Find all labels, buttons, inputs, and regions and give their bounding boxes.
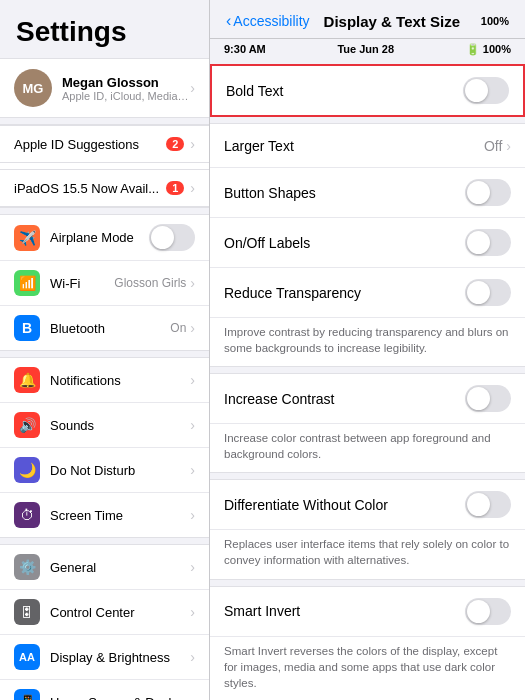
display-brightness-chevron-icon: › xyxy=(190,649,195,665)
sidebar-item-general[interactable]: ⚙️ General › xyxy=(0,545,209,590)
right-content: Bold Text Larger Text Off › Button Shape… xyxy=(210,56,525,700)
do-not-disturb-icon: 🌙 xyxy=(14,457,40,483)
sidebar-item-do-not-disturb[interactable]: 🌙 Do Not Disturb › xyxy=(0,448,209,493)
larger-text-row[interactable]: Larger Text Off › xyxy=(210,124,525,168)
wifi-value: Glosson Girls xyxy=(114,276,186,290)
ipados-chevron-icon: › xyxy=(190,180,195,196)
control-center-label: Control Center xyxy=(50,605,190,620)
sidebar-item-display-brightness[interactable]: AA Display & Brightness › xyxy=(0,635,209,680)
right-header: ‹ Accessibility Display & Text Size 100% xyxy=(210,0,525,39)
sidebar-item-bluetooth[interactable]: B Bluetooth On › xyxy=(0,306,209,350)
increase-contrast-desc: Increase color contrast between app fore… xyxy=(210,424,525,472)
general-chevron-icon: › xyxy=(190,559,195,575)
control-center-icon: 🎛 xyxy=(14,599,40,625)
apple-id-chevron-icon: › xyxy=(190,136,195,152)
notifications-label: Notifications xyxy=(50,373,190,388)
bold-text-group: Bold Text xyxy=(210,64,525,117)
bluetooth-icon: B xyxy=(14,315,40,341)
smart-invert-group: Smart Invert Smart Invert reverses the c… xyxy=(210,586,525,700)
bold-text-label: Bold Text xyxy=(226,83,463,99)
sidebar-item-airplane-mode[interactable]: ✈️ Airplane Mode xyxy=(0,215,209,261)
increase-contrast-label: Increase Contrast xyxy=(224,391,465,407)
differentiate-toggle[interactable] xyxy=(465,491,511,518)
home-screen-label: Home Screen & Dock xyxy=(50,695,190,701)
home-screen-icon: 📱 xyxy=(14,689,40,700)
apple-id-suggestions-group: Apple ID Suggestions 2 › iPadOS 15.5 Now… xyxy=(0,124,209,208)
home-screen-chevron-icon: › xyxy=(190,694,195,700)
apple-id-suggestions-row[interactable]: Apple ID Suggestions 2 › xyxy=(0,125,209,163)
on-off-labels-label: On/Off Labels xyxy=(224,235,465,251)
sidebar-item-notifications[interactable]: 🔔 Notifications › xyxy=(0,358,209,403)
reduce-transparency-row[interactable]: Reduce Transparency xyxy=(210,268,525,318)
profile-row[interactable]: MG Megan Glosson Apple ID, iCloud, Media… xyxy=(0,58,209,118)
status-date: Tue Jun 28 xyxy=(337,43,394,56)
reduce-transparency-toggle[interactable] xyxy=(465,279,511,306)
sidebar-title: Settings xyxy=(0,0,209,58)
screen-time-chevron-icon: › xyxy=(190,507,195,523)
ipados-update-label: iPadOS 15.5 Now Avail... xyxy=(14,181,166,196)
status-battery-icon: 🔋 100% xyxy=(466,43,511,56)
differentiate-row[interactable]: Differentiate Without Color xyxy=(210,480,525,530)
back-chevron-icon: ‹ xyxy=(226,12,231,30)
notifications-icon: 🔔 xyxy=(14,367,40,393)
differentiate-desc: Replaces user interface items that rely … xyxy=(210,530,525,578)
apple-id-suggestions-label: Apple ID Suggestions xyxy=(14,137,166,152)
sidebar-item-control-center[interactable]: 🎛 Control Center › xyxy=(0,590,209,635)
sidebar-item-screen-time[interactable]: ⏱ Screen Time › xyxy=(0,493,209,537)
wifi-icon: 📶 xyxy=(14,270,40,296)
apple-id-badge: 2 xyxy=(166,137,184,151)
right-panel: ‹ Accessibility Display & Text Size 100%… xyxy=(210,0,525,700)
ipados-badge: 1 xyxy=(166,181,184,195)
reduce-transparency-desc: Improve contrast by reducing transparenc… xyxy=(210,318,525,366)
button-shapes-row[interactable]: Button Shapes xyxy=(210,168,525,218)
control-center-chevron-icon: › xyxy=(190,604,195,620)
differentiate-label: Differentiate Without Color xyxy=(224,497,465,513)
airplane-mode-icon: ✈️ xyxy=(14,225,40,251)
general-group: ⚙️ General › 🎛 Control Center › AA Displ… xyxy=(0,544,209,700)
airplane-mode-toggle[interactable] xyxy=(149,224,195,251)
button-shapes-toggle[interactable] xyxy=(465,179,511,206)
sidebar-item-sounds[interactable]: 🔊 Sounds › xyxy=(0,403,209,448)
connectivity-group: ✈️ Airplane Mode 📶 Wi-Fi Glosson Girls ›… xyxy=(0,214,209,351)
display-brightness-label: Display & Brightness xyxy=(50,650,190,665)
bluetooth-value: On xyxy=(170,321,186,335)
ipados-update-row[interactable]: iPadOS 15.5 Now Avail... 1 › xyxy=(0,169,209,207)
increase-contrast-row[interactable]: Increase Contrast xyxy=(210,374,525,424)
display-brightness-icon: AA xyxy=(14,644,40,670)
reduce-transparency-label: Reduce Transparency xyxy=(224,285,465,301)
back-button[interactable]: ‹ Accessibility xyxy=(226,12,310,30)
sidebar-item-home-screen[interactable]: 📱 Home Screen & Dock › xyxy=(0,680,209,700)
profile-chevron-icon: › xyxy=(190,80,195,96)
do-not-disturb-chevron-icon: › xyxy=(190,462,195,478)
smart-invert-toggle[interactable] xyxy=(465,598,511,625)
sounds-label: Sounds xyxy=(50,418,190,433)
increase-contrast-group: Increase Contrast Increase color contras… xyxy=(210,373,525,473)
sidebar: Settings MG Megan Glosson Apple ID, iClo… xyxy=(0,0,210,700)
increase-contrast-toggle[interactable] xyxy=(465,385,511,412)
notifications-chevron-icon: › xyxy=(190,372,195,388)
on-off-labels-toggle[interactable] xyxy=(465,229,511,256)
profile-info: Megan Glosson Apple ID, iCloud, Media &.… xyxy=(62,75,190,102)
bluetooth-chevron-icon: › xyxy=(190,320,195,336)
bold-text-toggle[interactable] xyxy=(463,77,509,104)
larger-text-chevron-icon: › xyxy=(506,138,511,154)
larger-text-value: Off xyxy=(484,138,502,154)
profile-subtitle: Apple ID, iCloud, Media &... xyxy=(62,90,190,102)
battery-status: 100% xyxy=(481,15,509,27)
general-icon: ⚙️ xyxy=(14,554,40,580)
status-bar: 100% xyxy=(481,15,509,27)
sounds-icon: 🔊 xyxy=(14,412,40,438)
bold-text-row[interactable]: Bold Text xyxy=(212,66,523,115)
smart-invert-row[interactable]: Smart Invert xyxy=(210,587,525,637)
smart-invert-label: Smart Invert xyxy=(224,603,465,619)
airplane-mode-label: Airplane Mode xyxy=(50,230,149,245)
differentiate-group: Differentiate Without Color Replaces use… xyxy=(210,479,525,579)
avatar: MG xyxy=(14,69,52,107)
larger-text-label: Larger Text xyxy=(224,138,484,154)
on-off-labels-row[interactable]: On/Off Labels xyxy=(210,218,525,268)
sidebar-item-wifi[interactable]: 📶 Wi-Fi Glosson Girls › xyxy=(0,261,209,306)
general-label: General xyxy=(50,560,190,575)
profile-name: Megan Glosson xyxy=(62,75,190,90)
wifi-chevron-icon: › xyxy=(190,275,195,291)
sounds-chevron-icon: › xyxy=(190,417,195,433)
